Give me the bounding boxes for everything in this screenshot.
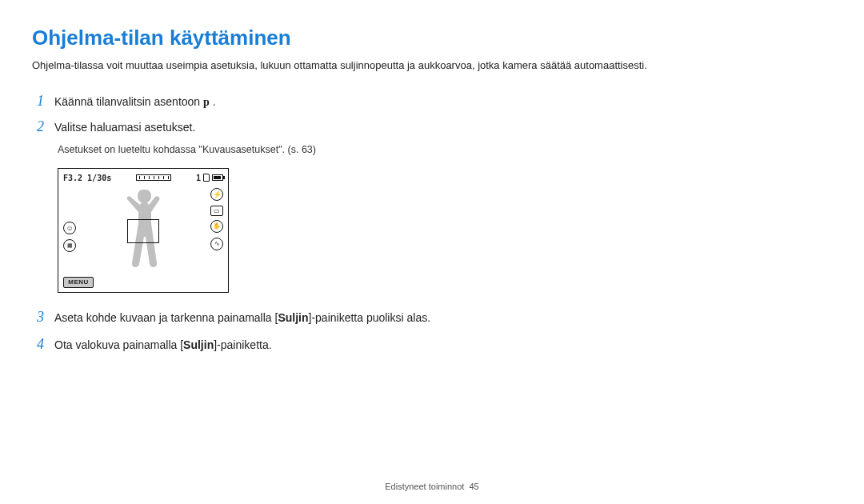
face-detect-icon: ☺ [63,222,76,234]
step-text: Valitse haluamasi asetukset. [54,119,195,136]
page-title: Ohjelma-tilan käyttäminen [32,26,832,50]
memory-card-icon [203,174,210,182]
focus-rectangle-icon [127,219,159,243]
step-number: 2 [37,118,54,135]
camera-viewport: ☺ ▦ ⚡ ▭ ✋ ∿ [58,185,228,274]
exposure-meter-icon [136,174,171,181]
step-number: 1 [37,93,54,110]
steps-list: 1 Käännä tilanvalitsin asentoon p . 2 Va… [37,93,832,354]
step-text: Aseta kohde kuvaan ja tarkenna painamall… [54,310,430,326]
size-icon: ▭ [210,206,223,216]
footer-page-number: 45 [469,482,478,491]
step-number: 3 [37,309,54,326]
camera-status-strip: F3.2 1/30s 1 [63,174,223,182]
intro-paragraph: Ohjelma-tilassa voit muuttaa useimpia as… [32,58,832,74]
page-footer: Edistyneet toiminnot 45 [0,482,864,491]
footer-section: Edistyneet toiminnot [385,482,464,491]
display-icon: ▦ [63,239,76,252]
step-text: Ota valokuva painamalla [Suljin]-painike… [54,337,272,354]
step-number: 4 [37,336,54,353]
flash-icon: ⚡ [210,188,223,201]
camera-screen-illustration: F3.2 1/30s 1 ☺ ▦ ⚡ ▭ ✋ ∿ MENU [58,168,229,293]
status-right: 1 [196,174,223,182]
menu-button: MENU [63,277,94,288]
stabilize-icon: ∿ [210,238,223,250]
shot-count: 1 [196,174,201,182]
step-3: 3 Aseta kohde kuvaan ja tarkenna painama… [37,309,832,326]
battery-icon [212,174,223,181]
step-4: 4 Ota valokuva painamalla [Suljin]-paini… [37,336,832,354]
step-text: Käännä tilanvalitsin asentoon p . [54,94,216,110]
step-2-subnote: Asetukset on lueteltu kohdassa "Kuvausas… [58,144,832,155]
timer-icon: ✋ [210,220,223,233]
step-1: 1 Käännä tilanvalitsin asentoon p . [37,93,832,110]
step-2: 2 Valitse haluamasi asetukset. [37,118,832,136]
exposure-readout: F3.2 1/30s [63,174,111,182]
